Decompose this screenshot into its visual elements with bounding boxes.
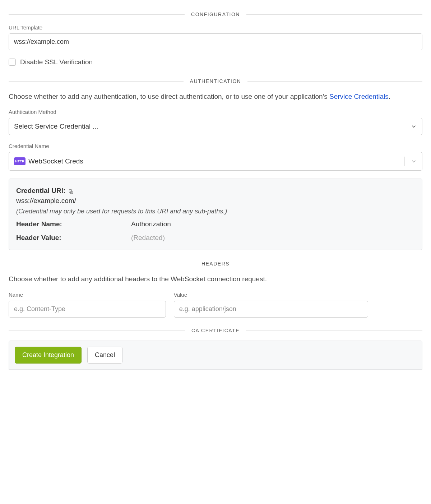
section-divider-ca-certificate: CA CERTIFICATE [9,328,422,333]
chevron-down-icon [411,123,417,130]
headers-row: Name Value [9,292,422,318]
header-name-label: Header Name: [16,220,131,228]
section-divider-authentication: AUTHENTICATION [9,78,422,84]
create-integration-button[interactable]: Create Integration [15,347,82,364]
auth-method-select[interactable]: Select Service Credential ... [9,118,422,135]
section-title: HEADERS [195,261,236,267]
credential-info-panel: Credential URI: wss://example.com/ (Cred… [9,179,422,250]
credential-name-field: Credential Name HTTP WebSocket Creds [9,143,422,171]
url-template-label: URL Template [9,24,422,31]
section-title: CA CERTIFICATE [185,328,246,333]
section-divider-headers: HEADERS [9,261,422,267]
header-value-value: (Redacted) [131,234,415,242]
auth-method-field: Authtication Method Select Service Crede… [9,109,422,135]
footer-bar: Create Integration Cancel [9,341,422,370]
section-title: CONFIGURATION [185,11,246,17]
auth-description: Choose whether to add any authentication… [9,91,422,102]
credential-uri-note: (Credential may only be used for request… [16,208,415,215]
disable-ssl-checkbox[interactable] [9,59,16,66]
credential-name-select[interactable]: HTTP WebSocket Creds [9,152,422,171]
auth-description-suffix: . [389,93,390,100]
disable-ssl-row: Disable SSL Verification [9,58,422,66]
header-value-input-label: Value [174,292,368,298]
credential-uri-value: wss://example.com/ [16,197,415,205]
header-name-input-label: Name [9,292,166,298]
copy-icon[interactable] [68,188,74,194]
chevron-down-icon [411,158,417,165]
header-name-input[interactable] [9,301,166,318]
disable-ssl-label: Disable SSL Verification [20,58,93,66]
auth-description-prefix: Choose whether to add any authentication… [9,93,329,100]
service-credentials-link[interactable]: Service Credentials [329,93,389,100]
header-value-label: Header Value: [16,234,131,242]
cancel-button[interactable]: Cancel [87,347,122,364]
url-template-input[interactable] [9,33,422,50]
url-template-field: URL Template [9,24,422,50]
auth-method-value: Select Service Credential ... [14,122,98,130]
credential-uri-label: Credential URI: [16,187,74,195]
headers-description: Choose whether to add any additional hea… [9,274,422,284]
http-badge-icon: HTTP [14,157,26,165]
header-name-value: Authorization [131,220,415,228]
section-divider-configuration: CONFIGURATION [9,11,422,17]
header-value-input[interactable] [174,301,368,318]
section-title: AUTHENTICATION [184,78,248,84]
auth-method-label: Authtication Method [9,109,422,115]
credential-name-label: Credential Name [9,143,422,149]
credential-name-value: WebSocket Creds [28,157,83,165]
